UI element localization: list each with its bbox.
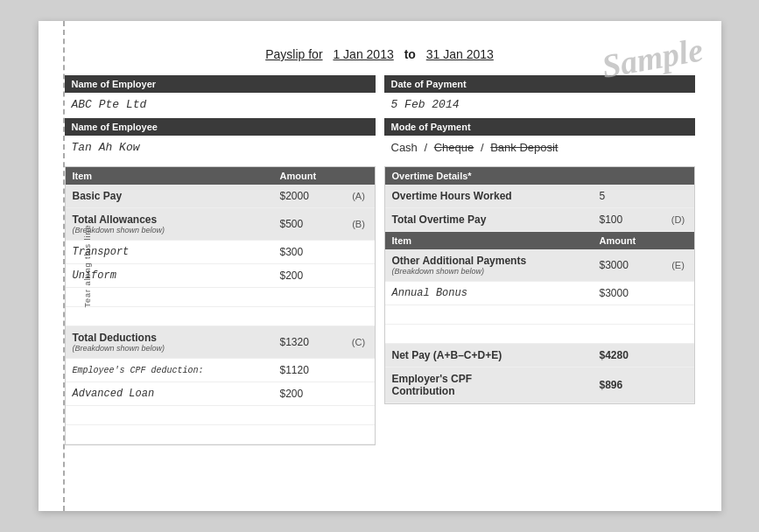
employer-value: ABC Pte Ltd: [65, 93, 376, 118]
mode-payment-value: Cash / Cheque / Bank Deposit: [384, 136, 695, 161]
employer-header: Name of Employer: [65, 75, 376, 93]
cpf-contribution-row: Employer's CPF Contribution $896: [385, 368, 694, 403]
overtime-hours-value: 5: [593, 185, 663, 208]
payslip-date-from: 1 Jan 2013: [333, 47, 393, 61]
cpf-ref: [663, 368, 694, 403]
payslip-date-to: 31 Jan 2013: [426, 47, 494, 61]
left-table: Item Amount Basic Pay$2000(A)Total Allow…: [66, 167, 375, 444]
date-payment-value: 5 Feb 2014: [384, 93, 695, 118]
left-col-ref: [343, 167, 375, 185]
mode-payment-header: Mode of Payment: [384, 118, 695, 136]
overtime-hours-row: Overtime Hours Worked 5: [385, 185, 694, 208]
overtime-hours-label: Overtime Hours Worked: [385, 185, 593, 208]
payslip-title-word: Payslip for: [265, 47, 322, 61]
mode-cheque: Cheque: [434, 141, 474, 154]
net-pay-amount: $4280: [593, 344, 663, 368]
right-col-amount: Amount: [593, 232, 663, 249]
net-pay-ref: [663, 344, 694, 368]
left-table-area: Item Amount Basic Pay$2000(A)Total Allow…: [65, 166, 376, 445]
left-col-item: Item: [66, 167, 273, 185]
right-col-ref: [663, 232, 694, 249]
employee-header: Name of Employee: [65, 118, 376, 136]
mode-slash1: /: [424, 141, 427, 154]
payslip-to-word: to: [404, 47, 416, 61]
overtime-pay-ref: (D): [663, 208, 694, 232]
net-pay-label: Net Pay (A+B–C+D+E): [385, 344, 593, 368]
overtime-header: Overtime Details*: [385, 167, 694, 185]
overtime-hours-ref: [663, 185, 694, 208]
mode-slash2: /: [481, 141, 484, 154]
mode-bank: Bank Deposit: [490, 141, 558, 154]
overtime-pay-row: Total Overtime Pay $100 (D): [385, 208, 694, 232]
payslip-page: Tear along this line Sample Payslip for …: [39, 21, 721, 511]
employee-value: Tan Ah Kow: [65, 136, 376, 161]
cpf-label: Employer's CPF Contribution: [385, 368, 593, 403]
left-col-amount: Amount: [273, 167, 343, 185]
left-column: Name of Employer ABC Pte Ltd Name of Emp…: [65, 75, 376, 445]
right-overtime-table: Overtime Details* Overtime Hours Worked …: [385, 167, 694, 232]
main-grid: Name of Employer ABC Pte Ltd Name of Emp…: [65, 75, 695, 445]
right-col-item: Item: [385, 232, 593, 249]
tear-label: Tear along this line: [82, 224, 91, 307]
right-table-area: Overtime Details* Overtime Hours Worked …: [384, 166, 695, 404]
overtime-pay-amount: $100: [593, 208, 663, 232]
overtime-pay-label: Total Overtime Pay: [385, 208, 593, 232]
mode-cash: Cash: [391, 141, 418, 154]
right-summary-table: Net Pay (A+B–C+D+E) $4280 Employer's CPF…: [385, 344, 694, 403]
right-column: Date of Payment 5 Feb 2014 Mode of Payme…: [384, 75, 695, 445]
tear-line: [63, 21, 65, 511]
right-main-table: Item Amount Other Additional Payments(Br…: [385, 232, 694, 344]
net-pay-row: Net Pay (A+B–C+D+E) $4280: [385, 344, 694, 368]
cpf-amount: $896: [593, 368, 663, 403]
